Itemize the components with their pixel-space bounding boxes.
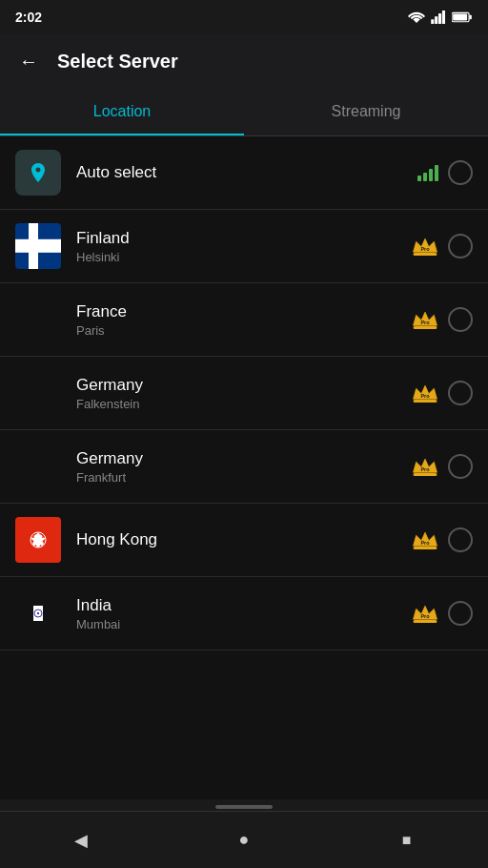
germany-frankfurt-city: Frankfurt: [76, 470, 412, 485]
finland-radio[interactable]: [448, 234, 473, 258]
crown-icon-germany2: Pro: [412, 456, 438, 477]
svg-rect-11: [414, 400, 437, 403]
hong-kong-radio[interactable]: [448, 527, 473, 552]
svg-text:Pro: Pro: [420, 246, 430, 252]
handle-bar: [215, 805, 273, 809]
svg-rect-0: [431, 19, 434, 24]
germany-frankfurt-radio[interactable]: [448, 454, 473, 479]
svg-text:Pro: Pro: [420, 466, 430, 472]
germany-frankfurt-right: Pro: [412, 454, 473, 479]
auto-select-radio[interactable]: [448, 160, 473, 185]
crown-icon-france: Pro: [412, 309, 438, 330]
battery-icon: [452, 11, 473, 23]
finland-flag: [15, 223, 61, 269]
back-button[interactable]: ←: [15, 47, 42, 76]
nav-home-button[interactable]: ●: [225, 821, 263, 859]
crown-icon-hk: Pro: [412, 529, 438, 550]
svg-rect-7: [414, 253, 437, 256]
signal-icon: [431, 10, 446, 24]
signal-bars: [417, 164, 438, 181]
server-item-france[interactable]: France Paris Pro: [0, 283, 488, 357]
auto-select-name: Auto select: [76, 163, 417, 182]
finland-pro-badge: Pro: [412, 236, 438, 257]
auto-select-info: Auto select: [76, 163, 417, 182]
header-title: Select Server: [57, 51, 178, 72]
india-radio[interactable]: [448, 601, 473, 626]
germany-frankfurt-info: Germany Frankfurt: [76, 449, 412, 485]
hong-kong-flag: [15, 517, 61, 563]
server-list: Auto select Finland Helsinki Pro: [0, 136, 488, 799]
svg-rect-16: [414, 547, 437, 549]
server-item-hong-kong[interactable]: Hong Kong Pro: [0, 504, 488, 577]
tab-streaming[interactable]: Streaming: [244, 88, 488, 135]
india-pro-badge: Pro: [412, 603, 438, 624]
nav-recent-button[interactable]: ■: [388, 821, 426, 859]
svg-rect-2: [438, 13, 441, 24]
server-item-finland[interactable]: Finland Helsinki Pro: [0, 210, 488, 283]
status-bar: 2:02: [0, 0, 488, 34]
germany-falkenstein-right: Pro: [412, 381, 473, 405]
finland-city: Helsinki: [76, 250, 412, 264]
germany-frankfurt-pro-badge: Pro: [412, 456, 438, 477]
germany-falkenstein-city: Falkenstein: [76, 397, 412, 411]
france-right: Pro: [412, 307, 473, 332]
svg-text:Pro: Pro: [420, 320, 430, 325]
signal-bar-4: [435, 165, 438, 181]
server-item-auto[interactable]: Auto select: [0, 136, 488, 210]
crown-icon-germany1: Pro: [412, 382, 438, 403]
auto-select-icon: [15, 150, 61, 196]
india-name: India: [76, 596, 412, 615]
svg-rect-3: [442, 10, 445, 24]
auto-select-right: [417, 160, 473, 185]
svg-rect-5: [469, 15, 471, 20]
svg-text:Pro: Pro: [420, 613, 430, 619]
germany-falkenstein-radio[interactable]: [448, 381, 473, 405]
signal-bar-2: [423, 173, 427, 181]
hk-bauhinia-icon: [23, 525, 53, 555]
svg-point-19: [37, 612, 39, 614]
finland-info: Finland Helsinki: [76, 229, 412, 264]
svg-text:Pro: Pro: [420, 540, 430, 546]
svg-rect-9: [414, 326, 437, 329]
germany-falkenstein-info: Germany Falkenstein: [76, 376, 412, 411]
india-city: Mumbai: [76, 617, 412, 631]
wifi-icon: [408, 10, 425, 24]
india-flag: [15, 590, 61, 636]
bottom-nav: ◀ ● ■: [0, 811, 488, 868]
hong-kong-pro-badge: Pro: [412, 529, 438, 550]
nav-back-button[interactable]: ◀: [62, 821, 100, 859]
svg-rect-6: [453, 13, 467, 20]
server-item-germany-frankfurt[interactable]: Germany Frankfurt Pro: [0, 430, 488, 504]
germany-falkenstein-pro-badge: Pro: [412, 382, 438, 403]
server-item-germany-falkenstein[interactable]: Germany Falkenstein Pro: [0, 357, 488, 430]
hong-kong-name: Hong Kong: [76, 530, 412, 549]
server-item-india[interactable]: India Mumbai Pro: [0, 577, 488, 651]
india-right: Pro: [412, 601, 473, 626]
tabs: Location Streaming: [0, 88, 488, 136]
signal-bar-1: [417, 176, 421, 181]
crown-icon: Pro: [412, 236, 438, 257]
header: ← Select Server: [0, 34, 488, 88]
svg-rect-1: [435, 16, 437, 24]
india-ashoka-wheel: [33, 609, 43, 618]
status-time: 2:02: [15, 10, 42, 25]
finland-right: Pro: [412, 234, 473, 258]
france-info: France Paris: [76, 302, 412, 338]
svg-text:Pro: Pro: [420, 393, 430, 399]
germany-falkenstein-flag: [15, 370, 61, 416]
status-icons: [408, 10, 473, 24]
hong-kong-right: Pro: [412, 527, 473, 552]
germany-falkenstein-name: Germany: [76, 376, 412, 395]
signal-bar-3: [429, 169, 433, 181]
france-pro-badge: Pro: [412, 309, 438, 330]
france-radio[interactable]: [448, 307, 473, 332]
france-city: Paris: [76, 323, 412, 338]
finland-name: Finland: [76, 229, 412, 248]
germany-frankfurt-flag: [15, 444, 61, 489]
hong-kong-info: Hong Kong: [76, 530, 412, 549]
france-name: France: [76, 302, 412, 321]
bottom-handle: [0, 799, 488, 811]
svg-rect-20: [414, 620, 437, 623]
crown-icon-india: Pro: [412, 603, 438, 624]
tab-location[interactable]: Location: [0, 88, 244, 135]
